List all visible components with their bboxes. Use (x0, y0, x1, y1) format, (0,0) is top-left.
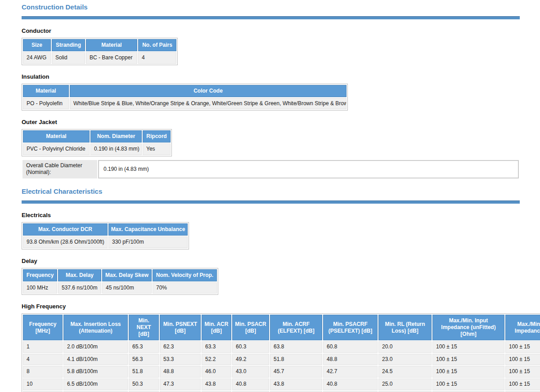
subsection-label-high-frequency: High Frequency (22, 303, 520, 310)
table-cell: 24 AWG (23, 52, 51, 64)
column-header: Min. PSACR [dB] (232, 315, 269, 340)
table-cell: 0.190 in (4.83 mm) (90, 143, 142, 155)
table-row: 100 MHz537.6 ns/100m45 ns/100m70% (23, 282, 217, 294)
table-cell: 63.3 (202, 341, 231, 353)
table-header-row: MaterialColor Code (23, 85, 346, 97)
column-header: Min. ACRF (ELFEXT) [dB] (270, 315, 322, 340)
table-cell: 46.0 (202, 366, 231, 378)
table-cell: 62.3 (160, 341, 201, 353)
table-cell: 24.5 (378, 366, 432, 378)
column-header: Max. Delay (58, 269, 101, 281)
column-header: Max. Capacitance Unbalance (108, 223, 188, 236)
table-cell: Yes (143, 143, 171, 155)
table-cell: 60.3 (232, 341, 269, 353)
column-header: Max. Conductor DCR (23, 223, 108, 236)
subsection-label-outer-jacket: Outer Jacket (22, 119, 520, 125)
table-cell: PVC - Polyvinyl Chloride (23, 143, 90, 155)
table-row: Overall Cable Diameter (Nominal): 0.190 … (22, 160, 519, 178)
table-cell: 45 ns/100m (102, 282, 152, 294)
column-header: Min. PSACRF (PSELFEXT) [dB] (323, 315, 378, 340)
column-header: Stranding (52, 39, 85, 51)
delay-table: FrequencyMax. DelayMax. Delay SkewNom. V… (22, 268, 218, 295)
overall-cable-diameter-value: 0.190 in (4.83 mm) (98, 160, 519, 178)
table-cell: 100 ± 15 (432, 379, 504, 390)
column-header: Frequency [MHz] (23, 315, 63, 340)
table-cell: 43.0 (232, 366, 269, 378)
column-header: Material (23, 85, 69, 97)
section-electrical-characteristics: Electrical Characteristics Electricals M… (22, 187, 520, 392)
table-cell: 8 (23, 366, 63, 378)
table-row: 12.0 dB/100m65.362.363.360.363.860.820.0… (23, 341, 540, 353)
table-cell: 6.5 dB/100m (63, 379, 128, 390)
column-header: Size (23, 39, 51, 51)
table-cell: 65.3 (129, 341, 159, 353)
table-row: 44.1 dB/100m56.353.352.249.251.848.823.0… (23, 354, 540, 365)
datasheet-page: Construction Details Conductor SizeStran… (0, 0, 540, 392)
table-cell: 5.8 dB/100m (63, 366, 128, 378)
table-cell: White/Blue Stripe & Blue, White/Orange S… (70, 98, 346, 110)
high-frequency-table: Frequency [MHz]Max. Insertion Loss (Atte… (22, 313, 540, 392)
section-construction-details: Construction Details Conductor SizeStran… (22, 3, 520, 179)
electricals-table: Max. Conductor DCRMax. Capacitance Unbal… (22, 222, 189, 249)
column-header: No. of Pairs (138, 39, 176, 51)
table-cell: 4.1 dB/100m (63, 354, 128, 365)
table-cell: 43.8 (270, 379, 322, 390)
table-cell: 4 (138, 52, 176, 64)
column-header: Min. PSNEXT [dB] (160, 315, 201, 340)
table-cell: PO - Polyolefin (23, 98, 69, 110)
table-cell: 25.0 (378, 379, 432, 390)
column-header: Max. Insertion Loss (Attenuation) (63, 315, 128, 340)
column-header: Nom. Diameter (90, 130, 142, 143)
column-header: Min. NEXT [dB] (129, 315, 159, 340)
table-cell: 53.3 (160, 354, 201, 365)
table-header-row: FrequencyMax. DelayMax. Delay SkewNom. V… (23, 269, 217, 281)
table-cell: 52.2 (202, 354, 231, 365)
outer-jacket-table: MaterialNom. DiameterRipcordPVC - Polyvi… (22, 129, 172, 156)
table-cell: 2.0 dB/100m (63, 341, 128, 353)
table-cell: 100 ± 15 (432, 366, 504, 378)
column-header: Material (23, 130, 90, 143)
table-row: 106.5 dB/100m50.347.343.840.843.840.825.… (23, 379, 540, 390)
table-header-row: Frequency [MHz]Max. Insertion Loss (Atte… (23, 315, 540, 340)
table-cell: 100 ± 15 (432, 341, 504, 353)
column-header: Min. ACR [dB] (202, 315, 231, 340)
table-cell: 43.8 (202, 379, 231, 390)
table-cell: 330 pF/100m (108, 236, 188, 248)
table-cell: 23.0 (378, 354, 432, 365)
table-cell: 40.8 (323, 379, 378, 390)
column-header: Max./Min. Input Impedance (unFitted) [Oh… (432, 315, 504, 340)
column-header: Material (86, 39, 137, 51)
table-cell: 51.8 (270, 354, 322, 365)
table-cell: 10 (23, 379, 63, 390)
table-cell: 56.3 (129, 354, 159, 365)
table-cell: 100 ± 15 (505, 366, 540, 378)
conductor-table: SizeStrandingMaterialNo. of Pairs24 AWGS… (22, 38, 178, 65)
overall-cable-diameter-row: Overall Cable Diameter (Nominal): 0.190 … (22, 159, 520, 179)
column-header: Ripcord (143, 130, 171, 143)
insulation-table: MaterialColor CodePO - PolyolefinWhite/B… (22, 84, 348, 111)
table-row: PVC - Polyvinyl Chloride0.190 in (4.83 m… (23, 143, 171, 155)
column-header: Max. Delay Skew (102, 269, 152, 281)
table-cell: 60.8 (323, 341, 378, 353)
table-row: 93.8 Ohm/km (28.6 Ohm/1000ft)330 pF/100m (23, 236, 188, 248)
table-cell: 100 ± 15 (505, 341, 540, 353)
table-cell: 70% (153, 282, 217, 294)
table-header-row: SizeStrandingMaterialNo. of Pairs (23, 39, 176, 51)
table-header-row: MaterialNom. DiameterRipcord (23, 130, 171, 143)
subsection-label-conductor: Conductor (22, 27, 520, 34)
column-header: Frequency (23, 269, 57, 281)
subsection-label-electricals: Electricals (22, 212, 520, 218)
section-divider-bar (22, 200, 520, 204)
table-cell: 100 ± 15 (505, 354, 540, 365)
table-cell: 45.7 (270, 366, 322, 378)
table-cell: 50.3 (129, 379, 159, 390)
column-header: Max./Min. Fitted Impedance [Ohm] (505, 315, 540, 340)
table-cell: 47.3 (160, 379, 201, 390)
table-cell: 20.0 (378, 341, 432, 353)
table-cell: 1 (23, 341, 63, 353)
section-title-electrical: Electrical Characteristics (22, 187, 520, 196)
table-header-row: Max. Conductor DCRMax. Capacitance Unbal… (23, 223, 188, 236)
table-cell: BC - Bare Copper (86, 52, 137, 64)
table-cell: Solid (52, 52, 85, 64)
table-cell: 42.7 (323, 366, 378, 378)
